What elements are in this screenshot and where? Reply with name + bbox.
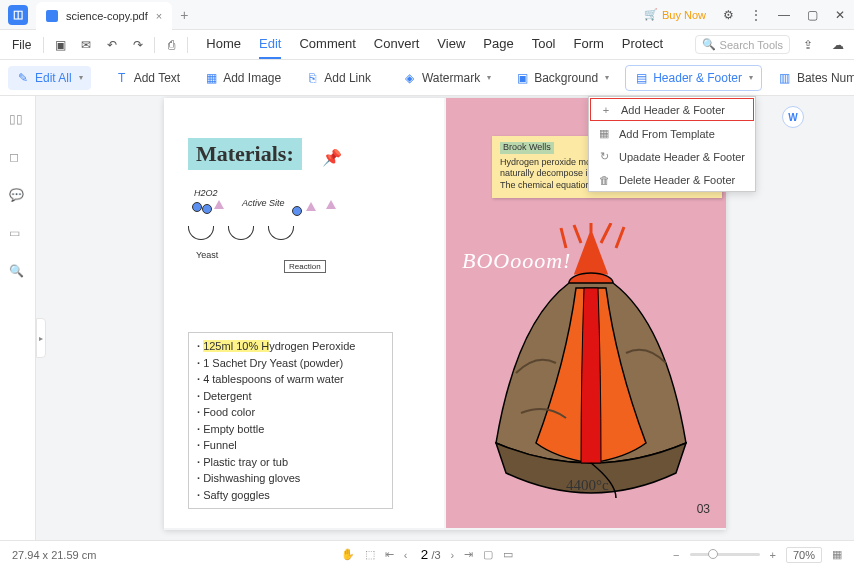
- search-tools-input[interactable]: 🔍 Search Tools: [695, 35, 790, 54]
- update-header-footer-item[interactable]: ↻ Upadate Header & Footer: [589, 145, 755, 168]
- tab-convert[interactable]: Convert: [374, 30, 420, 59]
- list-item: Funnel: [197, 437, 384, 454]
- print-icon[interactable]: ⎙: [159, 33, 183, 57]
- triangle: [306, 202, 316, 211]
- cloud-icon[interactable]: ☁: [826, 33, 850, 57]
- zoom-thumb[interactable]: [708, 549, 718, 559]
- materials-heading: Materials:: [188, 138, 302, 170]
- list-item: Detergent: [197, 388, 384, 405]
- label-reaction: Reaction: [284, 260, 326, 273]
- page-indicator[interactable]: /3: [417, 547, 440, 562]
- dot: [292, 206, 302, 216]
- page-input[interactable]: [417, 547, 431, 562]
- save-icon[interactable]: ▣: [48, 33, 72, 57]
- dot: [202, 204, 212, 214]
- tab-protect[interactable]: Protect: [622, 30, 663, 59]
- tab-home[interactable]: Home: [206, 30, 241, 59]
- buy-now-link[interactable]: 🛒 Buy Now: [644, 8, 706, 21]
- mail-icon[interactable]: ✉: [74, 33, 98, 57]
- settings-button[interactable]: ⚙: [714, 0, 742, 30]
- cart-icon: 🛒: [644, 8, 658, 21]
- select-tool-icon[interactable]: ⬚: [365, 548, 375, 561]
- tab-tool[interactable]: Tool: [532, 30, 556, 59]
- tab-page[interactable]: Page: [483, 30, 513, 59]
- close-window-button[interactable]: ✕: [826, 0, 854, 30]
- next-page-icon[interactable]: ›: [451, 549, 455, 561]
- volcano-illustration: [466, 223, 716, 503]
- chevron-down-icon: ▾: [749, 73, 753, 82]
- menu-item-label: Upadate Header & Footer: [619, 151, 745, 163]
- thumbnails-icon[interactable]: ▯▯: [9, 112, 27, 130]
- menu-item-label: Delete Header & Footer: [619, 174, 735, 186]
- watermark-icon: ◈: [403, 71, 417, 85]
- template-icon: ▦: [597, 127, 611, 141]
- zoom-out-icon[interactable]: −: [673, 549, 679, 561]
- search-panel-icon[interactable]: 🔍: [9, 264, 27, 282]
- word-export-badge[interactable]: W: [782, 106, 804, 128]
- prev-page-icon[interactable]: ‹: [404, 549, 408, 561]
- zoom-value[interactable]: 70%: [786, 547, 822, 563]
- list-item: 1 Sachet Dry Yeast (powder): [197, 355, 384, 372]
- file-menu[interactable]: File: [4, 38, 39, 52]
- header-footer-label: Header & Footer: [653, 71, 742, 85]
- search-icon: 🔍: [702, 38, 716, 51]
- document-tab[interactable]: science-copy.pdf ×: [36, 2, 172, 30]
- bookmark-icon[interactable]: ◻: [9, 150, 27, 168]
- left-sidebar: ▯▯ ◻ 💬 ▭ 🔍: [0, 96, 36, 540]
- maximize-button[interactable]: ▢: [798, 0, 826, 30]
- status-dimensions: 27.94 x 21.59 cm: [12, 549, 96, 561]
- zoom-in-icon[interactable]: +: [770, 549, 776, 561]
- add-link-button[interactable]: ⎘ Add Link: [297, 66, 379, 90]
- fit-page-icon[interactable]: ▢: [483, 548, 493, 561]
- label-active-site: Active Site: [242, 198, 285, 208]
- redo-icon[interactable]: ↷: [126, 33, 150, 57]
- new-tab-button[interactable]: +: [180, 7, 188, 23]
- image-icon: ▦: [204, 71, 218, 85]
- tab-form[interactable]: Form: [574, 30, 604, 59]
- tab-edit[interactable]: Edit: [259, 30, 281, 59]
- list-item: Safty goggles: [197, 487, 384, 504]
- note-author: Brook Wells: [500, 142, 554, 154]
- header-footer-button[interactable]: ▤ Header & Footer ▾: [625, 65, 762, 91]
- bates-number-button[interactable]: ▥ Bates Number ▾: [770, 66, 854, 90]
- triangle: [214, 200, 224, 209]
- yeast-cup: [228, 226, 254, 240]
- header-footer-icon: ▤: [634, 71, 648, 85]
- hand-tool-icon[interactable]: ✋: [341, 548, 355, 561]
- edit-all-button[interactable]: ✎ Edit All ▾: [8, 66, 91, 90]
- share-icon[interactable]: ⇪: [796, 33, 820, 57]
- yeast-cup: [188, 226, 214, 240]
- list-item: Plastic tray or tub: [197, 454, 384, 471]
- minimize-button[interactable]: —: [770, 0, 798, 30]
- tab-title: science-copy.pdf: [66, 10, 148, 22]
- close-tab-icon[interactable]: ×: [156, 10, 162, 22]
- dot: [192, 202, 202, 212]
- list-text: ydrogen Peroxide: [269, 340, 355, 352]
- add-text-label: Add Text: [134, 71, 180, 85]
- watermark-button[interactable]: ◈ Watermark ▾: [395, 66, 499, 90]
- add-text-button[interactable]: T Add Text: [107, 66, 188, 90]
- header-footer-dropdown: + Add Header & Footer ▦ Add From Templat…: [588, 96, 756, 192]
- add-header-footer-item[interactable]: + Add Header & Footer: [590, 98, 754, 121]
- tab-view[interactable]: View: [437, 30, 465, 59]
- undo-icon[interactable]: ↶: [100, 33, 124, 57]
- menu-button[interactable]: ⋮: [742, 0, 770, 30]
- attachment-icon[interactable]: ▭: [9, 226, 27, 244]
- trash-icon: 🗑: [597, 173, 611, 187]
- molecule-diagram: H2O2 Active Site Yeast Reaction: [188, 188, 358, 283]
- delete-header-footer-item[interactable]: 🗑 Delete Header & Footer: [589, 168, 755, 191]
- last-page-icon[interactable]: ⇥: [464, 548, 473, 561]
- comment-panel-icon[interactable]: 💬: [9, 188, 27, 206]
- menu-item-label: Add Header & Footer: [621, 104, 725, 116]
- tab-comment[interactable]: Comment: [299, 30, 355, 59]
- add-image-button[interactable]: ▦ Add Image: [196, 66, 289, 90]
- link-icon: ⎘: [305, 71, 319, 85]
- first-page-icon[interactable]: ⇤: [385, 548, 394, 561]
- materials-list: 125ml 10% Hydrogen Peroxide 1 Sachet Dry…: [188, 332, 393, 509]
- view-mode-icon[interactable]: ▦: [832, 548, 842, 561]
- add-from-template-item[interactable]: ▦ Add From Template: [589, 122, 755, 145]
- zoom-slider[interactable]: [690, 553, 760, 556]
- fit-width-icon[interactable]: ▭: [503, 548, 513, 561]
- menu-item-label: Add From Template: [619, 128, 715, 140]
- background-button[interactable]: ▣ Background ▾: [507, 66, 617, 90]
